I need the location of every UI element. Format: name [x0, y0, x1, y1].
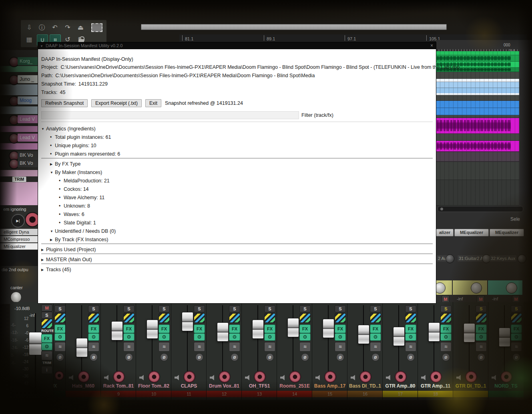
speaker-icon[interactable]: [386, 375, 392, 380]
fx-power-icon[interactable]: ⊙: [264, 333, 275, 341]
fader-handle[interactable]: [147, 320, 158, 339]
record-arm-button[interactable]: [183, 371, 195, 383]
speaker-icon[interactable]: [456, 375, 463, 380]
routing-icon[interactable]: [88, 313, 99, 323]
phase-icon[interactable]: ø: [442, 353, 450, 361]
fx-button[interactable]: FX: [123, 324, 135, 333]
fx-button[interactable]: FX: [229, 324, 240, 333]
fader-track[interactable]: [328, 305, 329, 377]
phase-icon[interactable]: ø: [407, 353, 415, 361]
arrange-track-lane[interactable]: [436, 95, 519, 101]
record-arm-button[interactable]: [78, 371, 90, 383]
speaker-icon[interactable]: [492, 375, 498, 380]
solo-button[interactable]: S: [299, 305, 311, 312]
arrange-track-lane[interactable]: [436, 118, 519, 134]
solo-button[interactable]: S: [54, 305, 66, 312]
routing-icon[interactable]: [159, 313, 170, 323]
envelope-icon[interactable]: ≈: [335, 342, 346, 352]
tree-item[interactable]: ▼By Maker (Instances): [41, 168, 442, 176]
envelope-icon[interactable]: ≈: [264, 342, 275, 352]
tree-expander-icon[interactable]: ▶: [41, 246, 46, 254]
fx-power-icon[interactable]: ⊙: [299, 333, 311, 341]
info-icon[interactable]: ⓘ: [37, 22, 47, 33]
speaker-icon[interactable]: [175, 375, 181, 380]
phase-icon[interactable]: ø: [90, 353, 98, 361]
routing-icon[interactable]: [370, 313, 381, 323]
tree-expander-icon[interactable]: ▶: [41, 266, 46, 274]
record-arm-button[interactable]: [54, 371, 64, 380]
routing-icon[interactable]: [194, 313, 205, 323]
arrange-hscrollbar[interactable]: [438, 206, 523, 212]
refresh-snapshot-button[interactable]: Refresh Snapshot: [41, 99, 88, 107]
routing-icon[interactable]: [335, 313, 346, 323]
speaker-icon[interactable]: [69, 375, 75, 380]
record-arm-button[interactable]: [395, 371, 407, 383]
fx-power-icon[interactable]: ⊙: [123, 333, 135, 341]
envelope-icon[interactable]: ≈: [54, 342, 66, 352]
arrange-track-lane[interactable]: [436, 72, 519, 79]
solo-button[interactable]: S: [511, 305, 522, 312]
record-arm-button[interactable]: [113, 371, 125, 383]
fx-power-icon[interactable]: ⊙: [511, 333, 522, 341]
arrange-track-lane[interactable]: [436, 55, 519, 62]
arrange-track-lane[interactable]: [436, 152, 519, 162]
record-arm-button[interactable]: [324, 371, 336, 383]
fx-button[interactable]: FX: [405, 324, 416, 333]
track-name-label[interactable]: Lead V: [18, 115, 38, 123]
routing-icon[interactable]: [476, 313, 487, 323]
fader-handle[interactable]: [323, 319, 334, 338]
record-arm-button[interactable]: [148, 371, 160, 383]
exit-button[interactable]: Exit: [145, 99, 161, 107]
fx-power-icon[interactable]: ⊙: [370, 333, 381, 341]
fader-track[interactable]: [116, 305, 117, 377]
fx-button[interactable]: FX: [159, 324, 170, 333]
tree-expander-icon[interactable]: ▼: [41, 125, 46, 133]
play-button[interactable]: ▶|: [11, 214, 25, 228]
speaker-icon[interactable]: [315, 375, 322, 380]
fader-handle[interactable]: [252, 320, 264, 339]
master-fx-power-icon[interactable]: ⊙: [41, 343, 52, 350]
fx-power-icon[interactable]: ⊙: [159, 333, 170, 341]
envelope-icon[interactable]: ≈: [299, 342, 311, 352]
routing-icon[interactable]: [264, 313, 275, 323]
solo-button[interactable]: S: [88, 305, 99, 312]
fx-power-icon[interactable]: ⊙: [476, 333, 487, 341]
speaker-icon[interactable]: [210, 375, 216, 380]
send-label[interactable]: 32:Keys Aux: [490, 255, 516, 262]
fx-button[interactable]: FX: [194, 324, 205, 333]
fader-handle[interactable]: [499, 328, 510, 347]
arrange-track-lane[interactable]: [436, 108, 519, 115]
fx-button[interactable]: FX: [476, 324, 487, 333]
fx-button[interactable]: FX: [264, 324, 275, 333]
tree-expander-icon[interactable]: ▶: [50, 160, 55, 168]
tree-item[interactable]: ▶MASTER (Main Out): [41, 256, 433, 264]
tree-item[interactable]: ▼Unidentified / Needs DB (0): [41, 227, 442, 235]
record-button[interactable]: [25, 212, 38, 227]
speaker-icon[interactable]: [139, 375, 146, 380]
record-arm-button[interactable]: [254, 371, 266, 383]
tree-expander-icon[interactable]: ▶: [50, 236, 55, 244]
speaker-icon[interactable]: [421, 375, 428, 380]
fader-handle[interactable]: [182, 312, 193, 331]
fx-power-icon[interactable]: ⊙: [229, 333, 240, 341]
phase-icon[interactable]: ø: [125, 353, 133, 361]
phase-icon[interactable]: ø: [301, 353, 309, 361]
routing-icon[interactable]: [299, 313, 311, 323]
pan-knob[interactable]: [506, 282, 517, 294]
marquee-select-icon[interactable]: [91, 23, 102, 32]
routing-icon[interactable]: [123, 313, 135, 323]
fader-handle[interactable]: [76, 338, 88, 357]
solo-button[interactable]: S: [335, 305, 346, 312]
fader-handle[interactable]: [287, 318, 299, 337]
solo-button[interactable]: S: [194, 305, 205, 312]
fx-power-icon[interactable]: ⊙: [440, 333, 452, 341]
dialog-titlebar[interactable]: ▼DAAP In-Session Manifest Utility v0.2.0…: [38, 42, 436, 49]
fx-power-icon[interactable]: ⊙: [88, 333, 99, 341]
track-name-label[interactable]: Juno _: [18, 75, 38, 83]
phase-icon[interactable]: ø: [336, 353, 344, 361]
arrange-track-lane[interactable]: [436, 141, 519, 152]
fx-button[interactable]: FX: [511, 324, 522, 333]
tree-expander-icon[interactable]: ▼: [50, 169, 55, 177]
master-solo-button[interactable]: S: [41, 312, 52, 319]
arrange-track-lane[interactable]: [436, 115, 519, 118]
